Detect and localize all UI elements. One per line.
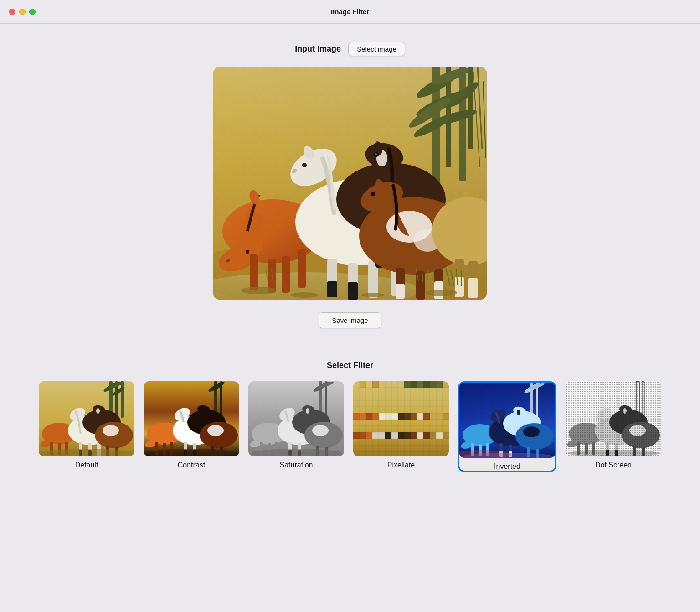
svg-point-144 <box>306 408 309 414</box>
top-section: Input image Select image <box>0 24 700 342</box>
svg-point-122 <box>207 425 224 436</box>
minimize-button[interactable] <box>19 9 26 15</box>
filter-label-default: Default <box>75 461 98 469</box>
filter-label-inverted: Inverted <box>494 462 520 471</box>
input-image-row: Input image Select image <box>295 42 405 56</box>
svg-rect-182 <box>385 432 391 439</box>
svg-rect-153 <box>366 381 372 388</box>
svg-rect-187 <box>417 432 423 439</box>
svg-rect-185 <box>404 432 411 439</box>
svg-point-25 <box>246 250 249 254</box>
svg-rect-162 <box>353 413 360 420</box>
filter-thumbnail-dotscreen <box>566 381 661 456</box>
svg-rect-171 <box>411 413 417 420</box>
svg-rect-169 <box>398 413 404 420</box>
svg-rect-151 <box>353 381 360 388</box>
svg-rect-62 <box>468 278 478 298</box>
svg-rect-154 <box>372 381 379 388</box>
input-image-label: Input image <box>295 44 341 54</box>
svg-point-43 <box>375 153 377 155</box>
svg-rect-20 <box>250 254 258 290</box>
svg-point-36 <box>302 163 307 167</box>
svg-point-236 <box>517 410 520 415</box>
svg-point-100 <box>103 425 119 436</box>
svg-rect-159 <box>430 381 436 388</box>
svg-point-65 <box>361 293 384 297</box>
window-title: Image Filter <box>331 8 369 16</box>
svg-rect-190 <box>436 432 443 439</box>
svg-rect-4 <box>459 67 466 181</box>
svg-point-98 <box>96 408 100 414</box>
svg-rect-186 <box>411 432 417 439</box>
svg-rect-188 <box>423 432 430 439</box>
svg-point-63 <box>241 287 277 294</box>
svg-rect-181 <box>379 432 385 439</box>
filter-label-pixellate: Pixellate <box>387 461 415 469</box>
svg-rect-158 <box>423 381 430 388</box>
svg-rect-167 <box>385 413 391 420</box>
save-image-button[interactable]: Save image <box>319 312 381 328</box>
svg-rect-173 <box>423 413 430 420</box>
svg-rect-163 <box>360 413 366 420</box>
svg-rect-22 <box>282 256 290 293</box>
filter-item-pixellate[interactable]: Pixellate <box>353 381 449 472</box>
maximize-button[interactable] <box>29 9 36 15</box>
svg-rect-170 <box>404 413 411 420</box>
filter-label-dotscreen: Dot Screen <box>595 461 632 469</box>
title-bar: Image Filter <box>0 0 700 24</box>
svg-rect-174 <box>430 413 436 420</box>
svg-rect-178 <box>360 432 366 439</box>
svg-rect-160 <box>436 381 443 388</box>
filter-label-saturation: Saturation <box>280 461 313 469</box>
window-controls <box>9 9 36 15</box>
svg-rect-184 <box>398 432 404 439</box>
filter-section: Select Filter <box>0 347 700 490</box>
svg-rect-263 <box>566 381 661 456</box>
filter-item-saturation[interactable]: Saturation <box>248 381 344 472</box>
main-image <box>213 67 487 300</box>
svg-point-64 <box>291 292 318 298</box>
svg-rect-180 <box>372 432 379 439</box>
svg-rect-165 <box>372 413 379 420</box>
svg-rect-189 <box>430 432 436 439</box>
svg-rect-177 <box>353 432 360 439</box>
svg-rect-61 <box>455 277 464 297</box>
svg-rect-33 <box>327 281 337 297</box>
svg-rect-161 <box>443 381 449 388</box>
close-button[interactable] <box>9 9 15 15</box>
svg-rect-155 <box>404 381 411 388</box>
svg-rect-176 <box>443 413 449 420</box>
svg-rect-80 <box>121 381 124 418</box>
svg-point-66 <box>425 290 457 296</box>
svg-rect-23 <box>298 249 306 288</box>
svg-rect-152 <box>360 381 366 388</box>
svg-rect-157 <box>417 381 423 388</box>
svg-rect-34 <box>348 282 358 300</box>
svg-point-238 <box>523 426 540 437</box>
filter-label-contrast: Contrast <box>178 461 205 469</box>
select-image-button[interactable]: Select image <box>348 42 405 56</box>
filter-thumbnail-default <box>39 381 134 456</box>
svg-rect-156 <box>411 381 417 388</box>
svg-rect-191 <box>443 432 449 439</box>
svg-rect-168 <box>391 413 398 420</box>
svg-rect-56 <box>396 284 405 299</box>
filter-item-contrast[interactable]: Contrast <box>144 381 239 472</box>
svg-rect-164 <box>366 413 372 420</box>
filter-item-inverted[interactable]: Inverted <box>458 381 556 472</box>
svg-rect-5 <box>468 67 473 149</box>
svg-rect-172 <box>417 413 423 420</box>
filter-item-default[interactable]: Default <box>39 381 134 472</box>
filter-thumbnail-pixellate <box>353 381 449 456</box>
svg-point-52 <box>371 192 375 196</box>
filter-grid: Default <box>0 381 700 472</box>
svg-rect-166 <box>379 413 385 420</box>
filter-item-dotscreen[interactable]: Dot Screen <box>566 381 661 472</box>
filter-thumbnail-inverted <box>459 383 555 458</box>
filter-section-title: Select Filter <box>327 361 373 370</box>
svg-rect-179 <box>366 432 372 439</box>
filter-thumbnail-saturation <box>248 381 344 456</box>
main-image-container <box>213 67 487 300</box>
svg-rect-183 <box>391 432 398 439</box>
svg-rect-175 <box>436 413 443 420</box>
